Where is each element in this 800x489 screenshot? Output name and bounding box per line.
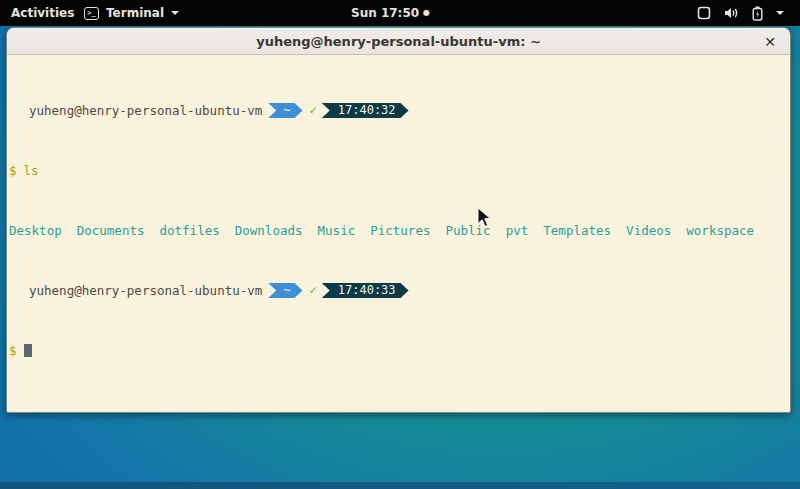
input-line[interactable]: $ bbox=[9, 343, 786, 358]
prompt-user-host: yuheng@henry-personal-ubuntu-vm bbox=[29, 283, 262, 298]
desktop-bottom-strip bbox=[0, 482, 800, 489]
screen-icon bbox=[697, 6, 711, 20]
app-menu-terminal[interactable]: >_ Terminal bbox=[76, 0, 187, 26]
prompt-cwd-segment: ~ bbox=[268, 103, 302, 118]
prompt-status-check-icon: ✓ bbox=[303, 103, 322, 118]
prompt-status-check-icon: ✓ bbox=[303, 283, 322, 298]
command-text: ls bbox=[24, 163, 39, 178]
prompt-timestamp: 17:40:32 bbox=[322, 103, 409, 118]
prompt-line: yuheng@henry-personal-ubuntu-vm ~ ✓ 17:4… bbox=[9, 103, 786, 118]
prompt-timestamp: 17:40:33 bbox=[322, 283, 409, 298]
terminal-content[interactable]: yuheng@henry-personal-ubuntu-vm ~ ✓ 17:4… bbox=[7, 55, 790, 413]
prompt-symbol: $ bbox=[9, 343, 17, 358]
terminal-icon: >_ bbox=[84, 7, 99, 20]
ls-output: Desktop Documents dotfiles Downloads Mus… bbox=[9, 223, 786, 238]
activities-label: Activities bbox=[11, 6, 74, 20]
volume-icon bbox=[724, 6, 739, 20]
window-title: yuheng@henry-personal-ubuntu-vm: ~ bbox=[256, 34, 541, 49]
clock-button[interactable]: Sun 17:50 ● bbox=[351, 0, 430, 26]
desktop-screen: Activities >_ Terminal Sun 17:50 ● bbox=[0, 0, 800, 489]
activities-button[interactable]: Activities bbox=[0, 0, 85, 26]
window-titlebar[interactable]: yuheng@henry-personal-ubuntu-vm: ~ ✕ bbox=[7, 28, 790, 55]
top-bar: Activities >_ Terminal Sun 17:50 ● bbox=[0, 0, 800, 26]
system-status-area[interactable] bbox=[691, 0, 790, 26]
app-menu-label: Terminal bbox=[106, 6, 164, 20]
prompt-user-host: yuheng@henry-personal-ubuntu-vm bbox=[29, 103, 262, 118]
battery-charging-icon bbox=[752, 6, 763, 21]
desktop-wallpaper: yuheng@henry-personal-ubuntu-vm: ~ ✕ yuh… bbox=[0, 26, 800, 489]
prompt-cwd-segment: ~ bbox=[268, 283, 302, 298]
chevron-down-icon bbox=[776, 11, 784, 15]
prompt-line: yuheng@henry-personal-ubuntu-vm ~ ✓ 17:4… bbox=[9, 283, 786, 298]
clock-label: Sun 17:50 bbox=[351, 6, 419, 20]
notification-dot-icon: ● bbox=[423, 0, 430, 26]
text-cursor bbox=[24, 344, 32, 357]
terminal-window: yuheng@henry-personal-ubuntu-vm: ~ ✕ yuh… bbox=[6, 27, 791, 413]
close-icon[interactable]: ✕ bbox=[758, 28, 782, 55]
command-line: $ ls bbox=[9, 163, 786, 178]
prompt-symbol: $ bbox=[9, 163, 17, 178]
chevron-down-icon bbox=[171, 11, 179, 15]
